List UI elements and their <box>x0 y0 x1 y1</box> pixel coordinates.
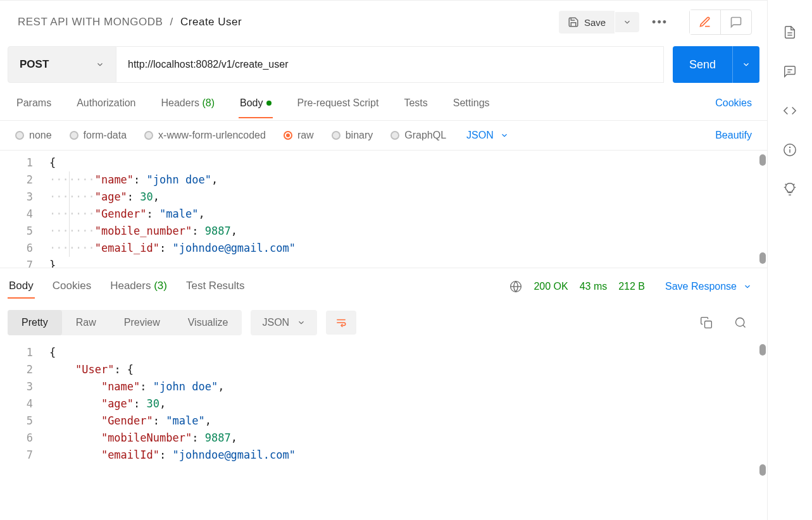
body-type-binary[interactable]: binary <box>332 130 373 141</box>
raw-language-select[interactable]: JSON <box>466 130 509 141</box>
svg-line-15 <box>785 184 786 185</box>
response-size: 212 B <box>618 281 645 292</box>
chevron-down-icon <box>742 60 751 69</box>
scrollbar-thumb[interactable] <box>759 154 766 166</box>
response-status: 200 OK <box>534 281 568 292</box>
pencil-icon <box>699 16 711 28</box>
chevron-down-icon <box>297 318 306 327</box>
response-time: 43 ms <box>580 281 608 292</box>
response-view-segment: Pretty Raw Preview Visualize <box>8 310 242 335</box>
chevron-down-icon <box>743 282 752 291</box>
body-type-xwww[interactable]: x-www-form-urlencoded <box>144 130 266 141</box>
edit-mode-button[interactable] <box>690 10 720 34</box>
save-label: Save <box>584 17 606 28</box>
tab-tests[interactable]: Tests <box>403 97 428 118</box>
view-raw[interactable]: Raw <box>62 310 110 335</box>
http-method-select[interactable]: POST <box>8 46 116 83</box>
wrap-lines-button[interactable] <box>326 311 356 335</box>
body-type-none[interactable]: none <box>15 130 52 141</box>
comment-mode-button[interactable] <box>720 10 751 34</box>
svg-line-16 <box>794 184 794 185</box>
response-body-viewer[interactable]: 1{2 "User": {3 "name": "john doe",4 "age… <box>0 340 767 480</box>
breadcrumb-request[interactable]: Create User <box>180 16 242 28</box>
response-language-select[interactable]: JSON <box>251 310 317 335</box>
chevron-down-icon <box>96 60 104 69</box>
breadcrumb-collection[interactable]: REST API WITH MONGODB <box>18 16 163 28</box>
response-tab-test-results[interactable]: Test Results <box>185 275 246 299</box>
body-type-raw[interactable]: raw <box>284 130 314 141</box>
more-actions-button[interactable]: ••• <box>644 10 675 35</box>
cookies-link[interactable]: Cookies <box>715 97 752 118</box>
view-pretty[interactable]: Pretty <box>8 310 62 335</box>
view-preview[interactable]: Preview <box>110 310 174 335</box>
tab-prerequest[interactable]: Pre-request Script <box>296 97 380 118</box>
tab-headers[interactable]: Headers (8) <box>160 97 216 118</box>
scrollbar-thumb[interactable] <box>759 464 766 476</box>
send-button[interactable]: Send <box>673 46 732 83</box>
tab-settings[interactable]: Settings <box>452 97 491 118</box>
response-tab-body[interactable]: Body <box>8 275 35 299</box>
beautify-link[interactable]: Beautify <box>715 130 752 141</box>
tab-authorization[interactable]: Authorization <box>75 97 137 118</box>
body-type-graphql[interactable]: GraphQL <box>390 130 446 141</box>
view-visualize[interactable]: Visualize <box>174 310 242 335</box>
send-dropdown[interactable] <box>732 46 759 83</box>
tab-params[interactable]: Params <box>15 97 53 118</box>
http-method-value: POST <box>20 58 49 71</box>
svg-point-4 <box>736 318 744 326</box>
globe-icon[interactable] <box>509 280 522 293</box>
save-dropdown[interactable] <box>615 12 639 32</box>
documentation-icon[interactable] <box>783 25 797 39</box>
unsaved-dot-icon <box>266 101 272 106</box>
comment-icon <box>730 16 742 28</box>
svg-rect-3 <box>705 321 712 328</box>
response-tab-cookies[interactable]: Cookies <box>51 275 92 299</box>
chevron-down-icon <box>623 18 632 27</box>
body-type-form-data[interactable]: form-data <box>70 130 127 141</box>
breadcrumb-sep: / <box>170 16 173 28</box>
right-sidebar <box>768 0 812 520</box>
search-icon <box>734 316 747 329</box>
save-response-button[interactable]: Save Response <box>665 281 752 292</box>
dots-icon: ••• <box>652 16 668 28</box>
copy-response-button[interactable] <box>695 311 718 334</box>
scrollbar-thumb[interactable] <box>759 252 766 264</box>
request-body-editor[interactable]: 1{2·······"name": "john doe",3·······"ag… <box>0 151 767 268</box>
response-tab-headers[interactable]: Headers (3) <box>109 275 168 299</box>
code-icon[interactable] <box>783 104 797 118</box>
lightbulb-icon[interactable] <box>783 182 797 196</box>
copy-icon <box>700 316 713 329</box>
breadcrumb: REST API WITH MONGODB / Create User <box>18 16 242 28</box>
scrollbar-thumb[interactable] <box>759 344 766 356</box>
tab-body[interactable]: Body <box>239 97 273 118</box>
svg-line-5 <box>743 325 746 328</box>
url-input[interactable] <box>116 46 664 83</box>
info-icon[interactable] <box>783 143 797 157</box>
chevron-down-icon <box>500 131 509 140</box>
wrap-icon <box>335 317 347 328</box>
save-icon <box>568 16 579 28</box>
save-button[interactable]: Save <box>559 11 615 34</box>
svg-point-12 <box>790 147 790 147</box>
search-response-button[interactable] <box>729 311 752 334</box>
comments-icon[interactable] <box>783 65 797 78</box>
